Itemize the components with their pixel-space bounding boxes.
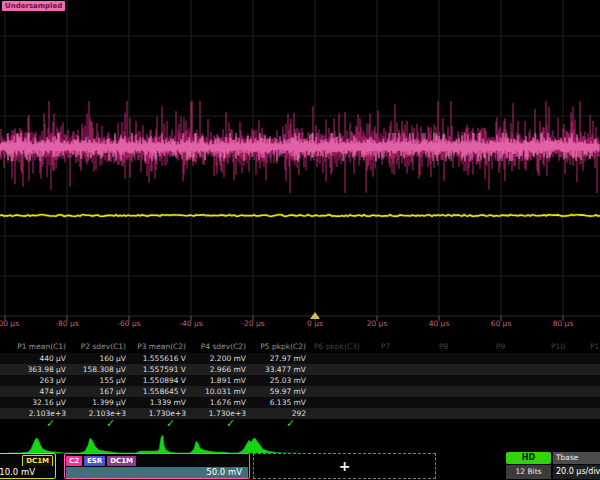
param-value-cell: 25.03 mV	[246, 376, 306, 385]
param-value-cell: 1.730e+3	[186, 409, 246, 418]
waveform-grid[interactable]: Undersampled -100 µs-80 µs-60 µs-40 µs-2…	[0, 0, 600, 340]
param-value-cell: 474 µV	[6, 387, 66, 396]
param-value-cell: 155 µV	[66, 376, 126, 385]
param-value-cell: 2.200 mV	[186, 354, 246, 363]
param-value-cell: 6.135 mV	[246, 398, 306, 407]
param-value-cell: 158.308 µV	[66, 365, 126, 374]
oscilloscope-screen: Undersampled -100 µs-80 µs-60 µs-40 µs-2…	[0, 0, 600, 480]
time-axis-tick-label: 80 µs	[553, 319, 574, 328]
param-column-header[interactable]: P5 pkpk(C2)	[246, 342, 306, 351]
param-value-cell: 2.103e+3	[66, 409, 126, 418]
param-value-cell: 1.339 mV	[126, 398, 186, 407]
time-axis-tick-label: 20 µs	[367, 319, 388, 328]
param-value-cell: 363.98 µV	[6, 365, 66, 374]
time-axis-tick-label: -100 µs	[0, 319, 19, 328]
param-value-cell: 263 µV	[6, 376, 66, 385]
status-check-icon: ✓	[106, 417, 115, 430]
channel-c2-descriptor[interactable]: C2 ESR DC1M 50.0 mV	[64, 453, 250, 479]
param-column-header-inactive[interactable]: P7	[381, 342, 390, 351]
param-column-header-inactive[interactable]: P9	[496, 342, 505, 351]
time-axis-tick-label: -20 µs	[241, 319, 264, 328]
param-value-cell: 1.558645 V	[126, 387, 186, 396]
add-trace-button[interactable]: +	[253, 453, 436, 479]
time-axis-tick-label: -40 µs	[179, 319, 202, 328]
c2-label: C2	[66, 456, 82, 466]
status-check-icon: ✓	[286, 417, 295, 430]
time-axis-tick-label: -80 µs	[55, 319, 78, 328]
param-value-cell: 440 µV	[6, 354, 66, 363]
param-value-cell: 160 µV	[66, 354, 126, 363]
param-value-cell: 1.399 µV	[66, 398, 126, 407]
param-value-cell: 33.477 mV	[246, 365, 306, 374]
plus-icon: +	[339, 459, 351, 473]
param-value-cell: 1.557591 V	[126, 365, 186, 374]
status-check-icon: ✓	[226, 417, 235, 430]
timebase-value: 20.0 µs/div	[553, 465, 600, 479]
param-column-header[interactable]: P1 mean(C1)	[6, 342, 66, 351]
param-value-cell: 59.97 mV	[246, 387, 306, 396]
param-value-cell: 1.676 mV	[186, 398, 246, 407]
timebase-title: Tbase	[553, 452, 600, 464]
param-column-header[interactable]: P3 mean(C2)	[126, 342, 186, 351]
timebase-descriptor[interactable]: Tbase 20.0 µs/div	[553, 452, 600, 479]
param-column-header[interactable]: P4 sdev(C2)	[186, 342, 246, 351]
param-column-header-inactive[interactable]: P10	[551, 342, 565, 351]
param-value-cell: 292	[246, 409, 306, 418]
param-column-header-inactive[interactable]: P6 pkpk(C3)	[314, 342, 360, 351]
param-value-cell: 2.103e+3	[6, 409, 66, 418]
time-axis-tick-label: -60 µs	[117, 319, 140, 328]
channel-c1-descriptor[interactable]: C1 DC1M 10.0 mV	[0, 453, 56, 479]
c1-coupling-badge: DC1M	[22, 455, 53, 467]
c2-scale-value: 50.0 mV	[66, 467, 248, 478]
undersampled-warning-badge: Undersampled	[2, 1, 65, 11]
param-value-cell: 2.966 mV	[186, 365, 246, 374]
c1-scale-value: 10.0 mV	[0, 466, 55, 478]
hd-mode-badge: HD	[506, 452, 551, 464]
param-value-cell: 1.730e+3	[126, 409, 186, 418]
time-axis-tick-label: 60 µs	[491, 319, 512, 328]
status-check-icon: ✓	[46, 417, 55, 430]
time-axis-tick-label: 40 µs	[429, 319, 450, 328]
trigger-position-icon[interactable]	[310, 312, 320, 319]
param-value-cell: 1.550894 V	[126, 376, 186, 385]
param-value-cell: 10.031 mV	[186, 387, 246, 396]
param-value-cell: 167 µV	[66, 387, 126, 396]
param-column-header-inactive[interactable]: P8	[439, 342, 448, 351]
param-value-cell: 1.891 mV	[186, 376, 246, 385]
time-axis-tick-label: 0 µs	[307, 319, 323, 328]
param-value-cell: 27.97 mV	[246, 354, 306, 363]
param-column-header[interactable]: P2 sdev(C1)	[66, 342, 126, 351]
c2-esr-badge: ESR	[84, 456, 105, 466]
status-check-icon: ✓	[166, 417, 175, 430]
param-value-cell: 1.555616 V	[126, 354, 186, 363]
param-column-header-inactive[interactable]: P11	[590, 342, 600, 351]
c2-coupling-badge: DC1M	[107, 456, 136, 466]
param-value-cell: 32.16 µV	[6, 398, 66, 407]
hd-bits-label: 12 Bits	[506, 465, 551, 479]
